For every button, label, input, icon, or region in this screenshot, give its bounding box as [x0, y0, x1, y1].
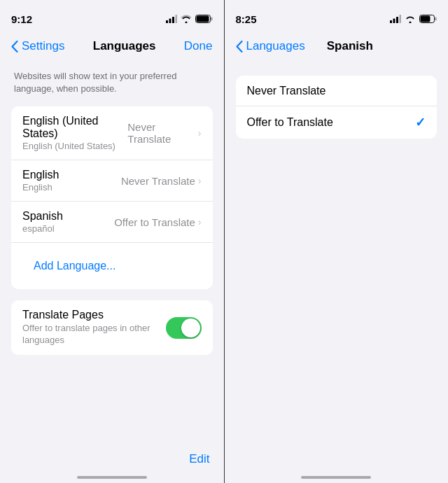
spanish-sublabel: español — [22, 223, 63, 234]
svg-rect-7 — [390, 20, 392, 23]
page-description: Websites will show text in your preferre… — [0, 62, 224, 106]
english-label: English — [22, 169, 59, 181]
translate-pages-card: Translate Pages Offer to translate pages… — [11, 300, 213, 355]
left-phone: 9:12 Settings — [0, 0, 224, 483]
nav-bar-left: Settings Languages Done — [0, 31, 224, 62]
english-us-action: Never Translate › — [127, 121, 201, 145]
status-bar-left: 9:12 — [0, 0, 224, 31]
english-label-group: English English — [22, 169, 59, 192]
svg-rect-10 — [400, 15, 402, 23]
status-icons-left — [166, 15, 213, 23]
english-us-label: English (United States) — [22, 115, 127, 140]
svg-rect-5 — [211, 18, 212, 21]
edit-button[interactable]: Edit — [189, 452, 209, 466]
translate-pages-toggle[interactable] — [166, 317, 202, 339]
battery-icon-right — [419, 15, 437, 23]
translate-pages-sublabel: Offer to translate pages in other langua… — [22, 323, 166, 346]
selected-checkmark: ✓ — [415, 115, 426, 130]
spanish-action-text: Offer to Translate — [114, 216, 195, 228]
svg-rect-12 — [435, 18, 437, 21]
svg-rect-2 — [172, 17, 174, 23]
back-chevron-icon-right — [236, 41, 243, 52]
home-indicator-left — [77, 476, 147, 479]
offer-to-translate-option[interactable]: Offer to Translate ✓ — [236, 106, 438, 139]
back-chevron-icon — [11, 41, 18, 52]
english-us-sublabel: English (United States) — [22, 141, 127, 151]
translate-options-card: Never Translate Offer to Translate ✓ — [236, 76, 438, 139]
svg-rect-1 — [169, 19, 171, 24]
left-page-content: Websites will show text in your preferre… — [0, 62, 224, 483]
back-label-right: Languages — [246, 39, 305, 53]
status-time-left: 9:12 — [11, 13, 32, 25]
battery-icon — [195, 15, 213, 23]
chevron-icon-0: › — [198, 127, 202, 139]
spanish-label: Spanish — [22, 210, 63, 223]
never-translate-option[interactable]: Never Translate — [236, 76, 438, 106]
svg-rect-0 — [166, 20, 168, 23]
back-button-left[interactable]: Settings — [11, 39, 64, 53]
languages-card: English (United States) English (United … — [11, 106, 213, 289]
english-us-action-text: Never Translate — [127, 121, 195, 145]
offer-to-translate-label: Offer to Translate — [247, 116, 333, 129]
english-action-text: Never Translate — [121, 175, 195, 187]
right-page-content: Never Translate Offer to Translate ✓ — [225, 62, 449, 483]
toggle-thumb — [181, 318, 200, 337]
signal-icon-right — [390, 15, 401, 23]
add-language-label[interactable]: Add Language... — [22, 251, 127, 281]
svg-rect-13 — [421, 16, 430, 22]
wifi-icon-right — [405, 15, 416, 23]
english-sublabel: English — [22, 182, 59, 192]
add-language-item[interactable]: Add Language... — [11, 243, 213, 289]
right-phone: 8:25 Languages — [225, 0, 449, 483]
wifi-icon — [181, 15, 192, 23]
spanish-action: Offer to Translate › — [114, 216, 201, 228]
language-item-english-us[interactable]: English (United States) English (United … — [11, 106, 213, 160]
done-button[interactable]: Done — [184, 39, 213, 53]
spanish-label-group: Spanish español — [22, 210, 63, 234]
svg-rect-3 — [175, 15, 177, 23]
english-us-label-group: English (United States) English (United … — [22, 115, 127, 151]
language-item-english[interactable]: English English Never Translate › — [11, 160, 213, 202]
english-action: Never Translate › — [121, 175, 202, 187]
svg-rect-6 — [196, 16, 209, 22]
signal-icon — [166, 15, 177, 23]
status-icons-right — [390, 15, 437, 23]
never-translate-label: Never Translate — [247, 85, 326, 97]
translate-pages-text: Translate Pages Offer to translate pages… — [22, 309, 166, 346]
status-bar-right: 8:25 — [225, 0, 449, 31]
language-item-spanish[interactable]: Spanish español Offer to Translate › — [11, 202, 213, 243]
nav-title-left: Languages — [93, 39, 156, 53]
svg-rect-9 — [396, 17, 398, 23]
chevron-icon-2: › — [198, 216, 202, 227]
chevron-icon-1: › — [198, 175, 202, 186]
svg-rect-8 — [393, 19, 396, 24]
back-button-right[interactable]: Languages — [236, 39, 305, 53]
nav-bar-right: Languages Spanish — [225, 31, 449, 62]
home-indicator-right — [301, 476, 371, 479]
translate-pages-item: Translate Pages Offer to translate pages… — [11, 300, 213, 355]
nav-title-right: Spanish — [327, 39, 373, 53]
back-label-left: Settings — [22, 39, 64, 53]
status-time-right: 8:25 — [236, 13, 257, 25]
translate-pages-label: Translate Pages — [22, 309, 166, 321]
